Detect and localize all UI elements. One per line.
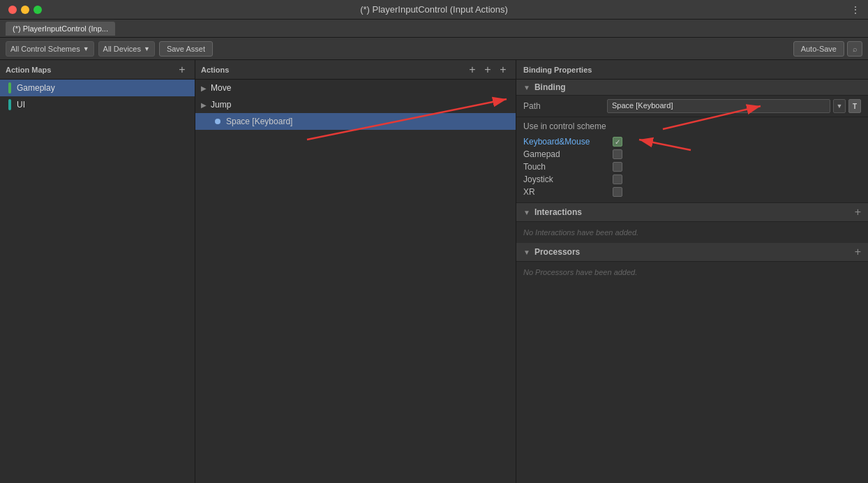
- tab-bar: (*) PlayerInputControl (Inp...: [0, 20, 868, 38]
- add-action-map-button[interactable]: +: [175, 63, 189, 77]
- devices-dropdown[interactable]: All Devices ▼: [98, 41, 155, 57]
- processors-triangle-icon: ▼: [523, 248, 530, 256]
- chevron-down-icon: ▼: [144, 45, 150, 52]
- processors-section-header[interactable]: ▼ Processors +: [516, 243, 868, 262]
- action-maps-title: Action Maps: [6, 66, 51, 74]
- ui-dot: [8, 99, 11, 110]
- control-schemes-label: All Control Schemes: [10, 45, 80, 53]
- binding-properties-panel: Binding Properties ▼ Binding Path Space …: [516, 60, 868, 483]
- path-label: Path: [523, 101, 607, 111]
- action-move-label: Move: [211, 83, 231, 93]
- scheme-gamepad-label: Gamepad: [523, 149, 607, 159]
- scheme-joystick-checkbox[interactable]: [613, 174, 622, 184]
- binding-dot: [215, 119, 220, 124]
- path-value-area: Space [Keyboard] ▼ T: [607, 99, 861, 113]
- gameplay-dot: [8, 82, 11, 94]
- binding-properties-header: Binding Properties: [516, 60, 868, 80]
- binding-properties-title: Binding Properties: [523, 66, 592, 74]
- interactions-empty: No Interactions have been added.: [516, 222, 868, 243]
- action-jump[interactable]: ▶ Jump: [195, 96, 516, 113]
- interactions-empty-text: No Interactions have been added.: [523, 228, 638, 237]
- path-input[interactable]: Space [Keyboard]: [607, 99, 830, 113]
- action-map-ui[interactable]: UI: [0, 96, 195, 113]
- processors-section-title: Processors: [534, 247, 580, 257]
- more-icon: ⋮: [851, 5, 860, 15]
- actions-add-area: + + +: [465, 63, 510, 77]
- move-triangle-icon: ▶: [201, 84, 207, 92]
- traffic-lights: [8, 6, 42, 14]
- jump-triangle-icon: ▶: [201, 101, 207, 109]
- add-action-button-3[interactable]: +: [496, 63, 510, 77]
- window-title: (*) PlayerInputControl (Input Actions): [360, 4, 508, 15]
- auto-save-area: Auto-Save ⌕: [793, 41, 862, 57]
- action-map-gameplay-label: Gameplay: [17, 83, 55, 93]
- checkmark-icon: ✓: [615, 138, 620, 146]
- scheme-xr-label: XR: [523, 187, 607, 197]
- scheme-keyboard-mouse-checkbox[interactable]: ✓: [613, 137, 622, 147]
- action-jump-label: Jump: [211, 100, 231, 110]
- scheme-gamepad-checkbox[interactable]: [613, 149, 622, 159]
- path-property-row: Path Space [Keyboard] ▼ T: [516, 96, 868, 117]
- action-maps-panel: Action Maps + Gameplay UI: [0, 60, 195, 483]
- actions-list: ▶ Move ▶ Jump Space [Keyboard]: [195, 80, 516, 130]
- interactions-section-title: Interactions: [534, 207, 582, 217]
- action-maps-header: Action Maps +: [0, 60, 195, 80]
- actions-title: Actions: [201, 66, 229, 74]
- scheme-gamepad: Gamepad: [523, 148, 861, 161]
- scheme-touch: Touch: [523, 161, 861, 173]
- minimize-button[interactable]: [21, 6, 29, 14]
- action-move[interactable]: ▶ Move: [195, 80, 516, 96]
- scheme-xr: XR: [523, 186, 861, 198]
- title-bar-more[interactable]: ⋮: [851, 5, 860, 15]
- search-icon: ⌕: [853, 45, 858, 53]
- title-bar: (*) PlayerInputControl (Input Actions) ⋮: [0, 0, 868, 20]
- scheme-touch-checkbox[interactable]: [613, 162, 622, 172]
- t-button[interactable]: T: [848, 99, 861, 113]
- scheme-keyboard-mouse: Keyboard&Mouse ✓: [523, 135, 861, 148]
- toolbar: All Control Schemes ▼ All Devices ▼ Save…: [0, 38, 868, 60]
- maximize-button[interactable]: [33, 6, 42, 14]
- main-content: Action Maps + Gameplay UI Actions +: [0, 60, 868, 483]
- use-in-scheme-title: Use in control scheme: [523, 121, 861, 131]
- scheme-keyboard-mouse-label: Keyboard&Mouse: [523, 137, 607, 147]
- binding-space-keyboard-label: Space [Keyboard]: [226, 117, 292, 126]
- interactions-triangle-icon: ▼: [523, 209, 530, 216]
- processors-empty-text: No Processors have been added.: [523, 268, 637, 276]
- actions-panel: Actions + + + ▶ Move ▶ Jump: [195, 60, 516, 483]
- close-button[interactable]: [8, 6, 17, 14]
- processors-empty: No Processors have been added.: [516, 262, 868, 283]
- control-schemes-dropdown[interactable]: All Control Schemes ▼: [6, 41, 94, 57]
- add-action-button-2[interactable]: +: [481, 63, 495, 77]
- scheme-xr-checkbox[interactable]: [613, 187, 622, 197]
- scheme-joystick-label: Joystick: [523, 174, 607, 184]
- auto-save-button[interactable]: Auto-Save: [793, 41, 844, 57]
- scheme-touch-label: Touch: [523, 162, 607, 172]
- binding-section-header[interactable]: ▼ Binding: [516, 80, 868, 96]
- binding-section-title: Binding: [534, 82, 566, 92]
- scheme-joystick: Joystick: [523, 173, 861, 186]
- interactions-section-header[interactable]: ▼ Interactions +: [516, 203, 868, 222]
- action-map-gameplay[interactable]: Gameplay: [0, 80, 195, 96]
- add-processor-button[interactable]: +: [855, 246, 861, 258]
- actions-header: Actions + + +: [195, 60, 516, 80]
- add-action-button-1[interactable]: +: [465, 63, 479, 77]
- save-asset-button[interactable]: Save Asset: [159, 41, 213, 57]
- search-button[interactable]: ⌕: [847, 41, 862, 57]
- binding-section-triangle-icon: ▼: [523, 84, 530, 91]
- action-map-ui-label: UI: [17, 100, 25, 110]
- add-interaction-button[interactable]: +: [855, 206, 861, 218]
- action-maps-list: Gameplay UI: [0, 80, 195, 113]
- path-dropdown-button[interactable]: ▼: [833, 99, 846, 113]
- tab-player-input[interactable]: (*) PlayerInputControl (Inp...: [6, 22, 115, 36]
- devices-label: All Devices: [103, 45, 141, 53]
- chevron-down-icon: ▼: [83, 45, 89, 52]
- use-in-control-scheme-section: Use in control scheme Keyboard&Mouse ✓ G…: [516, 117, 868, 203]
- binding-space-keyboard[interactable]: Space [Keyboard]: [195, 113, 516, 130]
